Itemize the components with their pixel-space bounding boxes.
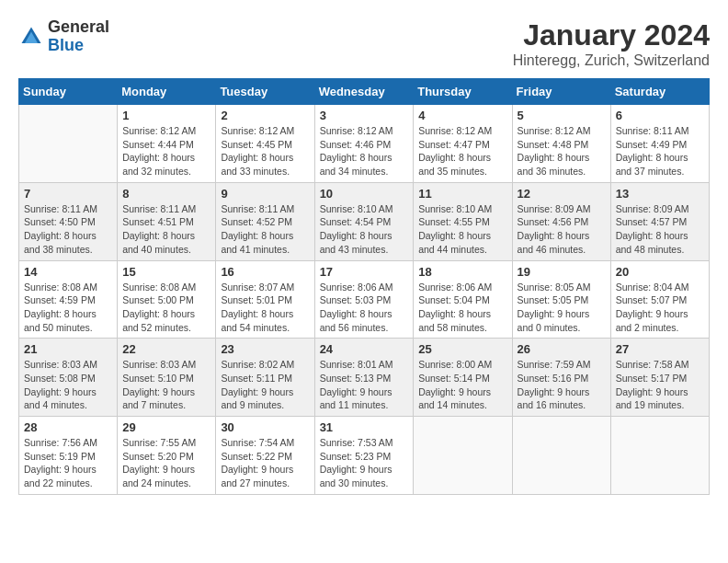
day-info: Sunrise: 8:05 AMSunset: 5:05 PMDaylight:…: [518, 281, 606, 335]
day-info: Sunrise: 8:12 AMSunset: 4:46 PMDaylight:…: [320, 124, 409, 178]
calendar-week-row: 14Sunrise: 8:08 AMSunset: 4:59 PMDayligh…: [19, 260, 710, 339]
calendar-cell: 7Sunrise: 8:11 AMSunset: 4:50 PMDaylight…: [19, 182, 118, 260]
day-info: Sunrise: 8:12 AMSunset: 4:44 PMDaylight:…: [122, 124, 210, 178]
day-number: 7: [24, 187, 112, 201]
day-info: Sunrise: 8:09 AMSunset: 4:56 PMDaylight:…: [518, 202, 606, 257]
day-number: 18: [418, 265, 506, 279]
page-subtitle: Hinteregg, Zurich, Switzerland: [513, 52, 710, 69]
day-info: Sunrise: 7:58 AMSunset: 5:17 PMDaylight:…: [616, 358, 704, 412]
calendar-cell: 14Sunrise: 8:08 AMSunset: 4:59 PMDayligh…: [19, 260, 118, 339]
day-info: Sunrise: 8:08 AMSunset: 4:59 PMDaylight:…: [24, 281, 112, 335]
calendar-cell: 27Sunrise: 7:58 AMSunset: 5:17 PMDayligh…: [610, 339, 709, 417]
day-number: 31: [320, 420, 409, 434]
calendar-cell: 11Sunrise: 8:10 AMSunset: 4:55 PMDayligh…: [414, 182, 512, 260]
day-number: 20: [616, 265, 704, 279]
day-number: 24: [320, 342, 409, 356]
day-info: Sunrise: 8:11 AMSunset: 4:51 PMDaylight:…: [122, 202, 210, 257]
day-number: 28: [24, 420, 112, 434]
day-number: 23: [221, 342, 309, 356]
day-number: 22: [122, 342, 210, 356]
calendar-week-row: 1Sunrise: 8:12 AMSunset: 4:44 PMDaylight…: [19, 105, 710, 183]
day-number: 26: [518, 342, 606, 356]
calendar-cell: 16Sunrise: 8:07 AMSunset: 5:01 PMDayligh…: [216, 260, 314, 339]
day-info: Sunrise: 8:10 AMSunset: 4:54 PMDaylight:…: [320, 202, 409, 257]
day-info: Sunrise: 8:06 AMSunset: 5:04 PMDaylight:…: [418, 281, 506, 335]
calendar-cell: 25Sunrise: 8:00 AMSunset: 5:14 PMDayligh…: [414, 339, 512, 417]
header-saturday: Saturday: [610, 79, 709, 105]
calendar-cell: [512, 417, 610, 495]
day-info: Sunrise: 7:54 AMSunset: 5:22 PMDaylight:…: [221, 436, 309, 490]
day-info: Sunrise: 8:02 AMSunset: 5:11 PMDaylight:…: [221, 358, 309, 412]
header-sunday: Sunday: [19, 79, 118, 105]
calendar-table: SundayMondayTuesdayWednesdayThursdayFrid…: [18, 78, 710, 495]
day-number: 6: [616, 109, 704, 122]
calendar-cell: 3Sunrise: 8:12 AMSunset: 4:46 PMDaylight…: [314, 105, 414, 183]
day-info: Sunrise: 8:12 AMSunset: 4:47 PMDaylight:…: [418, 124, 506, 178]
logo-icon: [18, 24, 44, 50]
header-tuesday: Tuesday: [216, 79, 314, 105]
day-info: Sunrise: 8:01 AMSunset: 5:13 PMDaylight:…: [320, 358, 409, 412]
logo-blue-text: Blue: [48, 37, 109, 55]
header-wednesday: Wednesday: [314, 79, 414, 105]
calendar-cell: 23Sunrise: 8:02 AMSunset: 5:11 PMDayligh…: [216, 339, 314, 417]
day-number: 11: [418, 187, 506, 201]
calendar-cell: [19, 105, 118, 183]
day-info: Sunrise: 8:08 AMSunset: 5:00 PMDaylight:…: [122, 281, 210, 335]
day-info: Sunrise: 7:53 AMSunset: 5:23 PMDaylight:…: [320, 436, 409, 490]
day-info: Sunrise: 8:00 AMSunset: 5:14 PMDaylight:…: [418, 358, 506, 412]
calendar-cell: 1Sunrise: 8:12 AMSunset: 4:44 PMDaylight…: [118, 105, 216, 183]
day-number: 13: [616, 187, 704, 201]
calendar-cell: 15Sunrise: 8:08 AMSunset: 5:00 PMDayligh…: [118, 260, 216, 339]
calendar-cell: [610, 417, 709, 495]
calendar-week-row: 21Sunrise: 8:03 AMSunset: 5:08 PMDayligh…: [19, 339, 710, 417]
day-number: 1: [122, 109, 210, 122]
calendar-week-row: 7Sunrise: 8:11 AMSunset: 4:50 PMDaylight…: [19, 182, 710, 260]
calendar-cell: 26Sunrise: 7:59 AMSunset: 5:16 PMDayligh…: [512, 339, 610, 417]
day-number: 29: [122, 420, 210, 434]
page-header: General Blue January 2024 Hinteregg, Zur…: [18, 18, 710, 69]
day-number: 21: [24, 342, 112, 356]
calendar-cell: 30Sunrise: 7:54 AMSunset: 5:22 PMDayligh…: [216, 417, 314, 495]
calendar-cell: 17Sunrise: 8:06 AMSunset: 5:03 PMDayligh…: [314, 260, 414, 339]
header-friday: Friday: [512, 79, 610, 105]
day-number: 4: [418, 109, 506, 122]
day-number: 16: [221, 265, 309, 279]
calendar-cell: 21Sunrise: 8:03 AMSunset: 5:08 PMDayligh…: [19, 339, 118, 417]
header-monday: Monday: [118, 79, 216, 105]
calendar-cell: 28Sunrise: 7:56 AMSunset: 5:19 PMDayligh…: [19, 417, 118, 495]
day-number: 15: [122, 265, 210, 279]
calendar-cell: 18Sunrise: 8:06 AMSunset: 5:04 PMDayligh…: [414, 260, 512, 339]
day-number: 9: [221, 187, 309, 201]
calendar-cell: 9Sunrise: 8:11 AMSunset: 4:52 PMDaylight…: [216, 182, 314, 260]
day-number: 25: [418, 342, 506, 356]
calendar-cell: 5Sunrise: 8:12 AMSunset: 4:48 PMDaylight…: [512, 105, 610, 183]
logo: General Blue: [18, 18, 109, 55]
day-info: Sunrise: 8:09 AMSunset: 4:57 PMDaylight:…: [616, 202, 704, 257]
day-number: 2: [221, 109, 309, 122]
day-number: 30: [221, 420, 309, 434]
day-number: 19: [518, 265, 606, 279]
day-info: Sunrise: 8:12 AMSunset: 4:48 PMDaylight:…: [518, 124, 606, 178]
day-number: 14: [24, 265, 112, 279]
page-title: January 2024: [513, 18, 710, 52]
logo-general-text: General: [48, 18, 109, 37]
day-info: Sunrise: 8:11 AMSunset: 4:50 PMDaylight:…: [24, 202, 112, 257]
day-info: Sunrise: 7:55 AMSunset: 5:20 PMDaylight:…: [122, 436, 210, 490]
day-number: 12: [518, 187, 606, 201]
day-info: Sunrise: 8:06 AMSunset: 5:03 PMDaylight:…: [320, 281, 409, 335]
day-info: Sunrise: 8:07 AMSunset: 5:01 PMDaylight:…: [221, 281, 309, 335]
calendar-header-row: SundayMondayTuesdayWednesdayThursdayFrid…: [19, 79, 710, 105]
title-block: January 2024 Hinteregg, Zurich, Switzerl…: [513, 18, 710, 69]
day-info: Sunrise: 8:12 AMSunset: 4:45 PMDaylight:…: [221, 124, 309, 178]
day-number: 5: [518, 109, 606, 122]
calendar-cell: 31Sunrise: 7:53 AMSunset: 5:23 PMDayligh…: [314, 417, 414, 495]
calendar-cell: 2Sunrise: 8:12 AMSunset: 4:45 PMDaylight…: [216, 105, 314, 183]
day-info: Sunrise: 8:11 AMSunset: 4:49 PMDaylight:…: [616, 124, 704, 178]
calendar-cell: 19Sunrise: 8:05 AMSunset: 5:05 PMDayligh…: [512, 260, 610, 339]
day-number: 27: [616, 342, 704, 356]
calendar-cell: 24Sunrise: 8:01 AMSunset: 5:13 PMDayligh…: [314, 339, 414, 417]
calendar-cell: 6Sunrise: 8:11 AMSunset: 4:49 PMDaylight…: [610, 105, 709, 183]
header-thursday: Thursday: [414, 79, 512, 105]
day-number: 8: [122, 187, 210, 201]
calendar-cell: 13Sunrise: 8:09 AMSunset: 4:57 PMDayligh…: [610, 182, 709, 260]
